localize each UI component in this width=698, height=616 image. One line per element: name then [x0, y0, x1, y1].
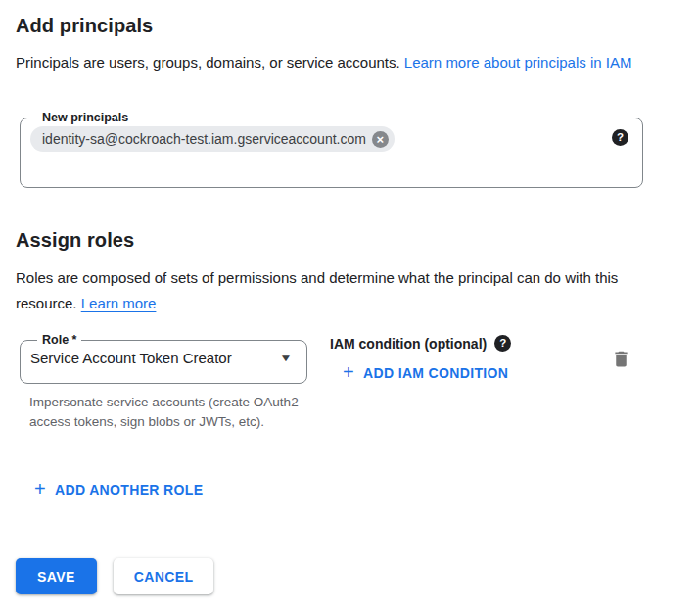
- role-select-label: Role *: [37, 333, 81, 347]
- delete-role-button[interactable]: [609, 349, 632, 372]
- assign-roles-title: Assign roles: [16, 229, 134, 252]
- role-select[interactable]: Role * Service Account Token Creator ▼: [20, 333, 307, 384]
- intro-text-static: Principals are users, groups, domains, o…: [16, 54, 404, 71]
- new-principals-content: identity-sa@cockroach-test.iam.gservicea…: [30, 126, 628, 152]
- add-principals-panel: Add principals Principals are users, gro…: [0, 0, 698, 616]
- learn-more-principals-link[interactable]: Learn more about principals in IAM: [404, 54, 632, 71]
- chevron-down-icon: ▼: [279, 353, 292, 363]
- add-another-role-label: ADD ANOTHER ROLE: [55, 482, 203, 498]
- add-iam-condition-button[interactable]: + ADD IAM CONDITION: [343, 365, 508, 381]
- principal-chip[interactable]: identity-sa@cockroach-test.iam.gservicea…: [30, 126, 395, 152]
- iam-condition-label: IAM condition (optional): [330, 336, 487, 352]
- save-button[interactable]: SAVE: [16, 558, 97, 594]
- learn-more-roles-link[interactable]: Learn more: [81, 295, 157, 311]
- new-principals-field[interactable]: New principals identity-sa@cockroach-tes…: [20, 111, 643, 188]
- role-helper-text: Impersonate service accounts (create OAu…: [29, 393, 315, 432]
- roles-description: Roles are composed of sets of permission…: [16, 265, 664, 316]
- cancel-button[interactable]: CANCEL: [114, 558, 214, 594]
- iam-condition-help-icon[interactable]: ?: [494, 335, 511, 352]
- new-principals-label: New principals: [37, 111, 133, 124]
- action-buttons: SAVE CANCEL: [16, 558, 213, 594]
- trash-icon: [611, 349, 631, 369]
- plus-icon: +: [34, 482, 46, 496]
- principal-chip-label: identity-sa@cockroach-test.iam.gservicea…: [42, 131, 366, 147]
- principals-help-icon[interactable]: ?: [612, 129, 628, 146]
- page-title: Add principals: [16, 15, 153, 37]
- add-iam-condition-label: ADD IAM CONDITION: [363, 365, 508, 381]
- plus-icon: +: [343, 365, 354, 379]
- chip-remove-icon[interactable]: ×: [372, 131, 389, 148]
- intro-text: Principals are users, groups, domains, o…: [16, 50, 654, 75]
- iam-condition-block: IAM condition (optional) ? + ADD IAM CON…: [330, 335, 511, 384]
- role-select-value: Service Account Token Creator: [30, 350, 232, 366]
- add-another-role-button[interactable]: + ADD ANOTHER ROLE: [34, 482, 203, 498]
- role-select-value-row: Service Account Token Creator ▼: [30, 350, 295, 366]
- iam-condition-label-row: IAM condition (optional) ?: [330, 335, 511, 352]
